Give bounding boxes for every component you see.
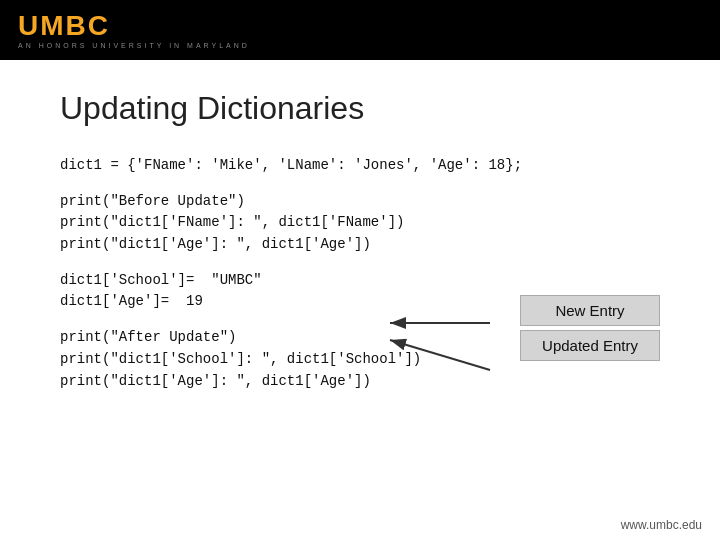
code-spacer-1 [60, 177, 660, 191]
code-line-4: print("dict1['Age']: ", dict1['Age']) [60, 234, 660, 256]
code-spacer-2 [60, 256, 660, 270]
code-line-3: print("dict1['FName']: ", dict1['FName']… [60, 212, 660, 234]
annotations-panel: New Entry Updated Entry [520, 295, 660, 365]
footer-url: www.umbc.edu [621, 518, 702, 532]
code-line-1: dict1 = {'FName': 'Mike', 'LName': 'Jone… [60, 155, 660, 177]
code-line-5a: dict1['School']= "UMBC" [60, 270, 660, 292]
updated-entry-label: Updated Entry [520, 330, 660, 361]
umbc-logo: UMBC [18, 12, 250, 40]
header-banner: UMBC AN HONORS UNIVERSITY IN MARYLAND [0, 0, 720, 60]
page-title: Updating Dictionaries [60, 90, 660, 127]
logo-container: UMBC AN HONORS UNIVERSITY IN MARYLAND [18, 12, 250, 49]
code-line-8: print("dict1['Age']: ", dict1['Age']) [60, 371, 660, 393]
code-line-2: print("Before Update") [60, 191, 660, 213]
logo-tagline: AN HONORS UNIVERSITY IN MARYLAND [18, 42, 250, 49]
footer: www.umbc.edu [621, 518, 702, 532]
new-entry-label: New Entry [520, 295, 660, 326]
